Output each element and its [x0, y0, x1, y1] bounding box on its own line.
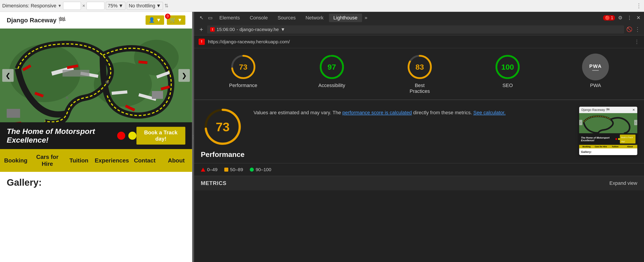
tab-elements[interactable]: Elements — [215, 14, 244, 22]
toolbar-throttle-select[interactable]: No throttling ▼ — [127, 2, 163, 10]
perf-score-value-large: 73 — [216, 120, 230, 134]
resize-handle[interactable] — [192, 12, 194, 262]
devtools-block-icon[interactable]: 🚫 — [626, 26, 632, 32]
user-button[interactable]: 👤 ▼ — [146, 15, 164, 25]
toolbar-height-input[interactable]: 828 — [86, 2, 104, 10]
lighthouse-favicon: ! — [198, 39, 205, 45]
tab-lighthouse[interactable]: Lighthouse — [329, 14, 362, 22]
tab-console[interactable]: Console — [245, 14, 272, 22]
toolbar-network-icon: ⇅ — [164, 3, 168, 9]
devtools-tabs: ↖ ▭ Elements Console Sources Network Lig… — [194, 12, 644, 24]
menu-item-booking[interactable]: Booking — [0, 153, 32, 168]
perf-calculator-link[interactable]: See calculator. — [474, 110, 506, 115]
toolbar-width-input[interactable]: 1006 — [63, 2, 81, 10]
screenshot-track-svg: ‹ › — [579, 113, 637, 133]
devtools-url-tab: ! 15:06:00 - django-raceway.he ▼ — [207, 25, 624, 33]
site-logo: Django Raceway 🏁 — [7, 16, 66, 24]
score-pwa-circle: PWA — [582, 54, 609, 80]
devtools-close-icon[interactable]: ✕ — [635, 14, 642, 22]
menu-item-contact[interactable]: Contact — [129, 153, 160, 168]
screenshot-dot-red — [616, 138, 617, 140]
book-button[interactable]: Book a Track day! — [136, 127, 185, 145]
cart-icon: 🛒 — [170, 17, 176, 23]
svg-rect-17 — [7, 109, 20, 118]
devtools-tab-icons: ↖ ▭ — [198, 14, 214, 22]
menu-item-tuition[interactable]: Tuition — [63, 153, 94, 168]
devtools-favicon: ! — [210, 27, 215, 32]
error-badge: 🔴 1 — [603, 15, 615, 20]
gallery-section: Gallery: — [0, 172, 192, 262]
cart-badge: 0 — [165, 14, 170, 19]
cart-dropdown-arrow: ▼ — [177, 17, 182, 23]
toolbar-right: ⋮ — [636, 2, 642, 9]
lighthouse-more-icon[interactable]: ⋮ — [634, 39, 640, 45]
menu-item-experiences[interactable]: Experiences — [94, 153, 129, 168]
legend-orange-range: 50–89 — [230, 167, 243, 172]
lighthouse-url: https://django-raceway.herokuapp.com/ — [208, 39, 631, 44]
devtools-body[interactable]: ! https://django-raceway.herokuapp.com/ … — [194, 35, 644, 262]
cart-button[interactable]: 0 🛒 ▼ — [167, 15, 185, 25]
svg-text:‹: ‹ — [580, 122, 581, 124]
screenshot-preview: Django Raceway 🏁 ✕ — [579, 107, 637, 155]
devtools-more-tabs[interactable]: » — [363, 14, 369, 22]
screenshot-dot-yellow — [618, 138, 620, 140]
score-performance: 73 Performance — [229, 54, 258, 88]
devtools-settings-icon[interactable]: ⚙ — [617, 14, 624, 22]
score-performance-value: 73 — [239, 63, 248, 71]
hero-dots — [117, 132, 136, 140]
tab-sources[interactable]: Sources — [273, 14, 300, 22]
perf-score-title: Performance — [201, 150, 245, 159]
devtools-more-vert-icon[interactable]: ⋮ — [626, 14, 633, 22]
browser-viewport: Django Raceway 🏁 👤 ▼ 0 🛒 ▼ ❮ — [0, 12, 192, 262]
site-nav-right: 👤 ▼ 0 🛒 ▼ — [146, 15, 185, 25]
perf-detail-text: Values are estimated and may vary. The p… — [254, 107, 570, 116]
devtools-tabs-right: 🔴 1 ⚙ ⋮ ✕ — [603, 14, 642, 22]
toolbar-dimensions-arrow[interactable]: ▼ — [58, 3, 62, 8]
screenshot-container: Django Raceway 🏁 ✕ — [579, 107, 637, 155]
score-best-practices-value: 83 — [416, 63, 424, 71]
score-seo-value: 100 — [501, 63, 514, 71]
svg-point-20 — [66, 96, 68, 99]
devtools-add-tab-button[interactable]: + — [198, 25, 205, 33]
dot-red — [117, 132, 125, 140]
hero-banner: The Home of Motorsport Excellence! Book … — [0, 122, 192, 149]
legend-green-icon — [250, 168, 254, 172]
score-seo-label: SEO — [502, 83, 513, 88]
score-performance-circle: 73 — [230, 54, 257, 80]
score-accessibility: 97 Accessibility — [318, 54, 345, 88]
pwa-dash — [592, 70, 599, 71]
expand-view-button[interactable]: Expand view — [609, 180, 637, 186]
menu-item-about[interactable]: About — [160, 153, 192, 168]
carousel-prev-button[interactable]: ❮ — [2, 69, 14, 82]
perf-score-circle-large: 73 — [202, 107, 243, 147]
carousel-next-button[interactable]: ❯ — [178, 69, 190, 82]
devtools-url-more-button[interactable]: ⋮ — [634, 26, 640, 33]
toolbar-x-separator: × — [82, 3, 85, 9]
devtools-pointer-icon[interactable]: ↖ — [198, 14, 205, 22]
site-nav: Django Raceway 🏁 👤 ▼ 0 🛒 ▼ — [0, 12, 192, 28]
toolbar-more-options[interactable]: ⋮ — [636, 2, 642, 9]
devtools-url-prefix: - django-raceway.he — [236, 27, 279, 32]
score-pwa: PWA PWA — [582, 54, 609, 88]
menu-item-cars-for-hire[interactable]: Cars for Hire — [32, 149, 63, 172]
perf-score-large: 73 Performance — [201, 107, 245, 159]
hero-title: The Home of Motorsport Excellence! — [7, 127, 117, 144]
devtools-device-icon[interactable]: ▭ — [206, 14, 214, 22]
toolbar-zoom-select[interactable]: 75% ▼ — [106, 2, 126, 10]
svg-text:›: › — [635, 122, 636, 124]
lighthouse-scores: 73 Performance 97 Accessibility — [194, 48, 644, 100]
svg-rect-18 — [152, 91, 163, 99]
perf-description: Values are estimated and may vary. The p… — [254, 109, 570, 116]
perf-score-link[interactable]: performance score is calculated — [342, 110, 412, 115]
tab-network[interactable]: Network — [301, 14, 328, 22]
metrics-label: METRICS — [201, 180, 226, 186]
score-best-practices: 83 Best Practices — [406, 54, 433, 94]
screenshot-dots — [616, 138, 620, 140]
gallery-title: Gallery: — [7, 177, 185, 188]
devtools-url-dropdown[interactable]: ▼ — [281, 27, 285, 32]
devtools-panel: ↖ ▭ Elements Console Sources Network Lig… — [194, 12, 644, 262]
main-content: Django Raceway 🏁 👤 ▼ 0 🛒 ▼ ❮ — [0, 12, 644, 262]
dot-yellow — [128, 132, 136, 140]
score-accessibility-circle: 97 — [318, 54, 345, 80]
toolbar: Dimensions: Responsive ▼ 1006 × 828 75% … — [0, 0, 644, 12]
